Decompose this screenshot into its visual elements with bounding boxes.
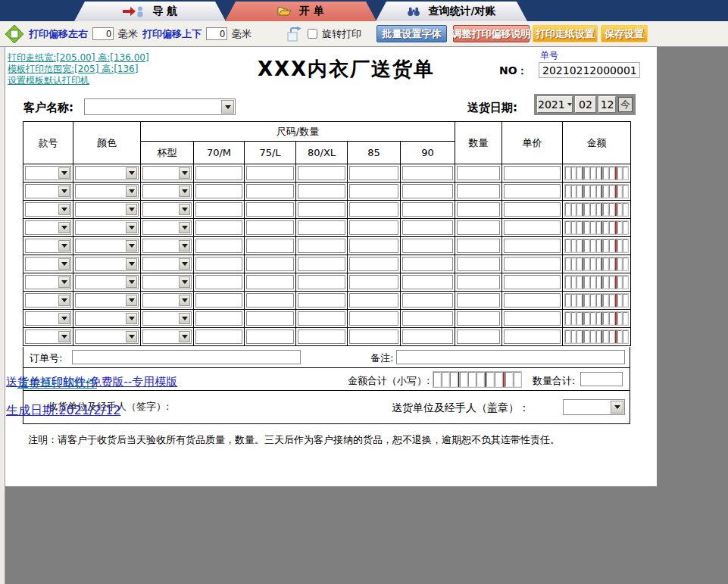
price-input[interactable] (504, 257, 561, 271)
size-70m-input[interactable] (195, 166, 242, 180)
style-no-select[interactable] (25, 184, 71, 198)
size-80xl-input[interactable] (298, 239, 345, 253)
size-70m-input[interactable] (195, 202, 242, 217)
qty-input[interactable] (457, 329, 500, 344)
style-no-select[interactable] (25, 275, 71, 289)
size-75l-input[interactable] (246, 220, 294, 235)
size-90-input[interactable] (402, 311, 453, 326)
size-85-input[interactable] (349, 202, 398, 217)
qty-input[interactable] (457, 239, 500, 253)
size-75l-input[interactable] (246, 166, 294, 180)
chevron-down-icon[interactable] (58, 331, 70, 342)
size-80xl-input[interactable] (298, 329, 345, 344)
size-90-input[interactable] (402, 166, 453, 180)
date-year-select[interactable]: 2021 (537, 96, 573, 113)
size-85-input[interactable] (349, 239, 398, 253)
size-70m-input[interactable] (195, 220, 242, 235)
size-75l-input[interactable] (246, 311, 294, 326)
style-no-select[interactable] (25, 202, 71, 217)
size-90-input[interactable] (402, 275, 453, 289)
chevron-down-icon[interactable] (611, 401, 623, 414)
size-75l-input[interactable] (246, 293, 294, 308)
size-85-input[interactable] (349, 184, 398, 198)
qty-input[interactable] (457, 257, 500, 271)
paper-feed-settings-button[interactable]: 打印走纸设置 (533, 25, 598, 42)
style-no-select[interactable] (25, 239, 71, 253)
color-select[interactable] (75, 311, 139, 326)
size-90-input[interactable] (402, 239, 453, 253)
style-no-select[interactable] (25, 166, 71, 180)
size-85-input[interactable] (349, 275, 398, 289)
cup-type-select[interactable] (142, 329, 192, 344)
chevron-down-icon[interactable] (126, 331, 137, 342)
qty-input[interactable] (457, 311, 500, 326)
sender-select[interactable] (563, 399, 625, 415)
size-75l-input[interactable] (246, 239, 294, 253)
cup-type-select[interactable] (142, 293, 192, 308)
chevron-down-icon[interactable] (126, 167, 137, 179)
chevron-down-icon[interactable] (126, 222, 137, 233)
size-90-input[interactable] (402, 329, 453, 344)
batch-set-font-button[interactable]: 批量设置字体 (376, 25, 447, 42)
size-70m-input[interactable] (195, 311, 242, 326)
size-70m-input[interactable] (195, 239, 242, 253)
chevron-down-icon[interactable] (58, 276, 70, 288)
chevron-down-icon[interactable] (179, 167, 190, 179)
chevron-down-icon[interactable] (179, 186, 190, 197)
chevron-down-icon[interactable] (221, 100, 234, 114)
size-75l-input[interactable] (246, 184, 294, 198)
cup-type-select[interactable] (142, 184, 192, 198)
chevron-down-icon[interactable] (179, 331, 190, 342)
cup-type-select[interactable] (142, 275, 192, 289)
style-no-select[interactable] (25, 329, 71, 344)
size-90-input[interactable] (402, 257, 453, 271)
size-80xl-input[interactable] (298, 275, 345, 289)
size-75l-input[interactable] (246, 257, 294, 271)
size-70m-input[interactable] (195, 293, 242, 308)
cup-type-select[interactable] (142, 311, 192, 326)
price-input[interactable] (504, 329, 561, 344)
size-80xl-input[interactable] (298, 311, 345, 326)
size-85-input[interactable] (349, 329, 398, 344)
size-85-input[interactable] (349, 220, 398, 235)
size-85-input[interactable] (349, 293, 398, 308)
default-printer-link[interactable]: 设置模板默认打印机 (8, 74, 89, 87)
chevron-down-icon[interactable] (58, 313, 70, 324)
size-85-input[interactable] (349, 311, 398, 326)
date-month-box[interactable]: 02 (575, 96, 597, 113)
style-no-select[interactable] (25, 311, 71, 326)
customer-name-select[interactable] (84, 98, 236, 115)
generated-date-link[interactable]: 生成日期:2021/2/12 (6, 403, 120, 419)
today-button[interactable]: 今 (618, 97, 633, 112)
qty-input[interactable] (457, 220, 500, 235)
cup-type-select[interactable] (142, 239, 192, 253)
size-80xl-input[interactable] (298, 166, 345, 180)
chevron-down-icon[interactable] (179, 276, 190, 288)
chevron-down-icon[interactable] (58, 240, 70, 251)
chevron-down-icon[interactable] (58, 167, 70, 179)
cup-type-select[interactable] (142, 220, 192, 235)
color-select[interactable] (75, 166, 139, 180)
size-90-input[interactable] (402, 220, 453, 235)
chevron-down-icon[interactable] (179, 313, 190, 324)
style-no-select[interactable] (25, 220, 71, 235)
size-70m-input[interactable] (195, 275, 242, 289)
price-input[interactable] (504, 311, 561, 326)
chevron-down-icon[interactable] (126, 313, 137, 324)
color-select[interactable] (75, 239, 139, 253)
chevron-down-icon[interactable] (58, 186, 70, 197)
style-no-select[interactable] (25, 293, 71, 308)
size-85-input[interactable] (349, 166, 398, 180)
size-80xl-input[interactable] (298, 184, 345, 198)
size-90-input[interactable] (402, 202, 453, 217)
software-watermark-blue-link[interactable]: 送货单打印软件-免费版--专用模版 (6, 375, 177, 389)
chevron-down-icon[interactable] (58, 204, 70, 215)
chevron-down-icon[interactable] (126, 186, 137, 197)
chevron-down-icon[interactable] (179, 258, 190, 270)
print-offset-lr-input[interactable] (92, 27, 114, 40)
qty-input[interactable] (457, 202, 500, 217)
tab-query-stats[interactable]: 查询统计/对账 (376, 2, 527, 21)
print-offset-ud-input[interactable] (206, 27, 227, 40)
order-id-input[interactable] (72, 350, 301, 364)
color-select[interactable] (75, 184, 139, 198)
